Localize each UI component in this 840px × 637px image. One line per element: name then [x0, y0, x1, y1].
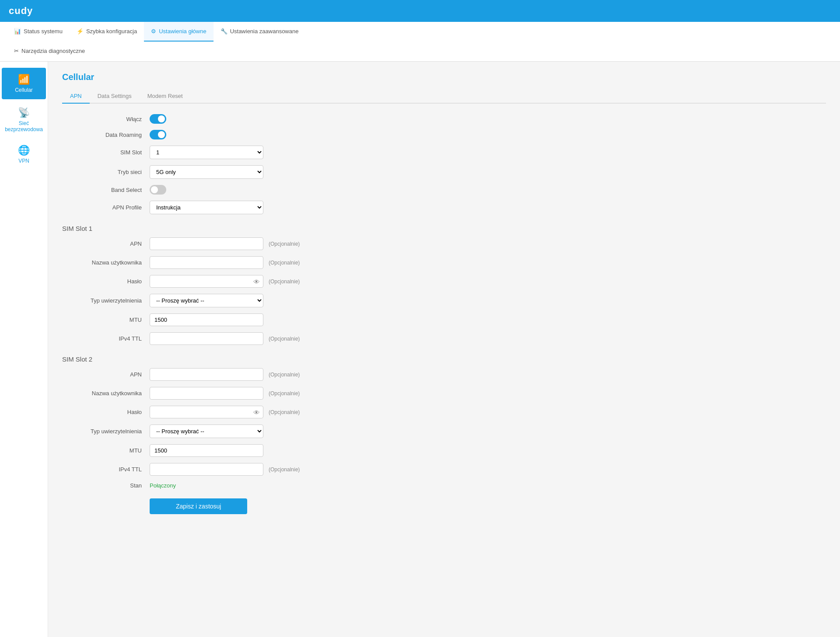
main-layout: 📶 Cellular 📡 Sieć bezprzewodowa 🌐 VPN Ce… — [0, 62, 840, 637]
band-select-toggle[interactable] — [150, 185, 166, 195]
sim-slot-select[interactable]: 1 2 — [150, 146, 263, 159]
eye-icon-sim2[interactable]: 👁 — [253, 408, 260, 416]
apn-sim1-row: APN (Opcjonalnie) — [62, 237, 826, 250]
tab-data-settings[interactable]: Data Settings — [90, 89, 140, 104]
password-sim1-control: 👁 — [150, 275, 263, 288]
ipv4-ttl-sim2-input[interactable] — [150, 463, 263, 476]
mtu-sim1-label: MTU — [62, 317, 150, 323]
tab-apn[interactable]: APN — [62, 89, 90, 104]
ipv4-ttl-sim1-control — [150, 332, 263, 345]
header: cudy — [0, 0, 840, 22]
sidebar-item-vpn[interactable]: 🌐 VPN — [0, 139, 48, 170]
sidebar-item-cellular[interactable]: 📶 Cellular — [2, 68, 46, 99]
nav-main-settings[interactable]: ⚙ Ustawienia główne — [144, 22, 213, 42]
data-roaming-toggle[interactable] — [150, 130, 166, 139]
username-sim1-control — [150, 256, 263, 269]
wlacz-row: Włącz — [62, 114, 826, 124]
ipv4-ttl-sim2-hint: (Opcjonalnie) — [269, 466, 300, 473]
sidebar-cellular-label: Cellular — [15, 87, 33, 93]
username-sim1-row: Nazwa użytkownika (Opcjonalnie) — [62, 256, 826, 269]
wlacz-label: Włącz — [62, 116, 150, 122]
username-sim2-label: Nazwa użytkownika — [62, 390, 150, 397]
auth-type-sim1-select[interactable]: -- Proszę wybrać -- PAP CHAP PAP/CHAP — [150, 294, 263, 307]
username-sim2-row: Nazwa użytkownika (Opcjonalnie) — [62, 387, 826, 400]
ipv4-ttl-sim1-input[interactable] — [150, 332, 263, 345]
auth-type-sim1-label: Typ uwierzytelnienia — [62, 297, 150, 304]
sim-slot-control: 1 2 — [150, 146, 263, 159]
mtu-sim1-input[interactable] — [150, 313, 263, 326]
nav: 📊 Status systemu ⚡ Szybka konfiguracja ⚙… — [0, 22, 840, 62]
nav-quick[interactable]: ⚡ Szybka konfiguracja — [70, 22, 144, 42]
tryb-sieci-select[interactable]: 5G only 4G only 3G only Auto — [150, 165, 263, 179]
save-row: Zapisz i zastosuj — [62, 495, 826, 514]
data-roaming-toggle-container — [150, 130, 263, 139]
username-sim1-input[interactable] — [150, 256, 263, 269]
ipv4-ttl-sim2-row: IPv4 TTL (Opcjonalnie) — [62, 463, 826, 476]
tryb-sieci-label: Tryb sieci — [62, 169, 150, 175]
sim-slot-2-title: SIM Slot 2 — [62, 355, 826, 363]
username-sim2-input[interactable] — [150, 387, 263, 400]
sidebar-item-wireless[interactable]: 📡 Sieć bezprzewodowa — [0, 101, 48, 139]
auth-type-sim2-label: Typ uwierzytelnienia — [62, 428, 150, 435]
apn-sim1-label: APN — [62, 240, 150, 247]
auth-type-sim1-row: Typ uwierzytelnienia -- Proszę wybrać --… — [62, 294, 826, 307]
eye-icon-sim1[interactable]: 👁 — [253, 278, 260, 285]
apn-profile-select[interactable]: Instrukcja Auto — [150, 201, 263, 214]
data-roaming-label: Data Roaming — [62, 132, 150, 138]
username-sim2-hint: (Opcjonalnie) — [269, 390, 300, 397]
username-sim2-control — [150, 387, 263, 400]
wlacz-toggle[interactable] — [150, 114, 166, 124]
band-select-row: Band Select — [62, 185, 826, 195]
cellular-icon: 📶 — [18, 74, 30, 85]
ipv4-ttl-sim1-hint: (Opcjonalnie) — [269, 336, 300, 342]
apn-sim2-hint: (Opcjonalnie) — [269, 372, 300, 378]
content: Cellular APN Data Settings Modem Reset W… — [48, 62, 840, 637]
sim-slot-row: SIM Slot 1 2 — [62, 146, 826, 159]
password-sim2-input[interactable] — [150, 406, 263, 418]
status-badge: Połączony — [150, 482, 176, 489]
save-button[interactable]: Zapisz i zastosuj — [150, 498, 247, 514]
nav-advanced-icon: 🔧 — [220, 28, 228, 35]
username-sim1-label: Nazwa użytkownika — [62, 259, 150, 266]
stan-row: Stan Połączony — [62, 482, 826, 489]
nav-status[interactable]: 📊 Status systemu — [7, 22, 70, 42]
apn-sim2-label: APN — [62, 371, 150, 378]
nav-advanced[interactable]: 🔧 Ustawienia zaawansowane — [214, 22, 306, 42]
sidebar-wireless-label: Sieć bezprzewodowa — [4, 120, 44, 132]
ipv4-ttl-sim1-label: IPv4 TTL — [62, 335, 150, 342]
apn-sim1-input[interactable] — [150, 237, 263, 250]
mtu-sim1-row: MTU — [62, 313, 826, 326]
username-sim1-hint: (Opcjonalnie) — [269, 260, 300, 266]
nav-advanced-label: Ustawienia zaawansowane — [230, 28, 299, 35]
password-sim1-input[interactable] — [150, 275, 263, 288]
nav-quick-icon: ⚡ — [77, 28, 84, 35]
ipv4-ttl-sim2-control — [150, 463, 263, 476]
ipv4-ttl-sim1-row: IPv4 TTL (Opcjonalnie) — [62, 332, 826, 345]
auth-type-sim2-select[interactable]: -- Proszę wybrać -- PAP CHAP PAP/CHAP — [150, 425, 263, 438]
apn-sim1-control — [150, 237, 263, 250]
tryb-sieci-row: Tryb sieci 5G only 4G only 3G only Auto — [62, 165, 826, 179]
password-sim1-label: Hasło — [62, 278, 150, 285]
mtu-sim2-input[interactable] — [150, 444, 263, 457]
nav-tools-icon: ✂ — [14, 48, 19, 54]
auth-type-sim2-row: Typ uwierzytelnienia -- Proszę wybrać --… — [62, 425, 826, 438]
tab-modem-reset[interactable]: Modem Reset — [140, 89, 191, 104]
tryb-sieci-control: 5G only 4G only 3G only Auto — [150, 165, 263, 179]
apn-sim1-hint: (Opcjonalnie) — [269, 241, 300, 247]
save-container: Zapisz i zastosuj — [150, 495, 263, 514]
mtu-sim2-row: MTU — [62, 444, 826, 457]
apn-profile-row: APN Profile Instrukcja Auto — [62, 201, 826, 214]
data-roaming-row: Data Roaming — [62, 130, 826, 139]
vpn-icon: 🌐 — [18, 145, 30, 156]
apn-sim2-control — [150, 368, 263, 381]
sidebar: 📶 Cellular 📡 Sieć bezprzewodowa 🌐 VPN — [0, 62, 48, 637]
wlacz-toggle-container — [150, 114, 263, 124]
band-select-label: Band Select — [62, 187, 150, 193]
nav-tools[interactable]: ✂ Narzędzia diagnostyczne — [7, 42, 833, 61]
tabs: APN Data Settings Modem Reset — [62, 89, 826, 104]
sim-slot-label: SIM Slot — [62, 149, 150, 156]
logo: cudy — [9, 5, 33, 17]
apn-sim2-input[interactable] — [150, 368, 263, 381]
stan-label: Stan — [62, 482, 150, 489]
sim-slot-1-title: SIM Slot 1 — [62, 225, 826, 232]
